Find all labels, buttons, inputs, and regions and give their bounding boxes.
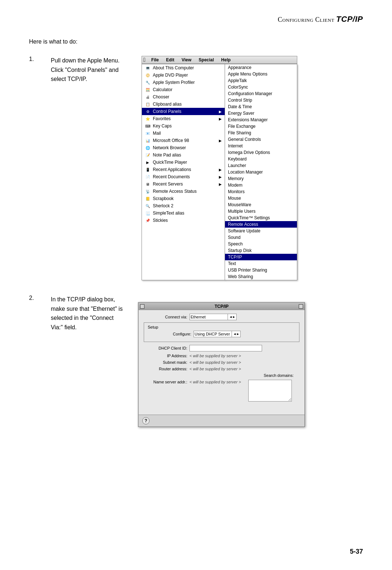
submenu-internet[interactable]: Internet: [225, 143, 297, 149]
connect-via-select[interactable]: Ethernet ◄►: [189, 314, 237, 320]
speech-label: Speech: [228, 241, 294, 247]
appletalk-label: AppleTalk: [228, 78, 294, 83]
menu-control-panels[interactable]: ⚙ Control Panels ▶: [142, 108, 225, 115]
submenu-energy-saver[interactable]: Energy Saver: [225, 110, 297, 117]
keyboard-label: Keyboard: [228, 156, 294, 162]
submenu-web-sharing[interactable]: Web Sharing: [225, 273, 297, 280]
step-1-number: 1.: [29, 56, 36, 62]
menu-sherlock[interactable]: 🔍 Sherlock 2: [142, 202, 225, 209]
chooser-label: Chooser: [153, 94, 222, 99]
special-menu[interactable]: Special: [197, 57, 215, 63]
subnet-mask-row: Subnet mask: < will be supplied by serve…: [144, 360, 299, 365]
submenu-appletalk[interactable]: AppleTalk: [225, 77, 297, 84]
menu-mail[interactable]: 📧 Mail: [142, 130, 225, 137]
submenu-config-manager[interactable]: Configuration Manager: [225, 90, 297, 97]
clipboard-icon: 📋: [145, 101, 151, 107]
menu-note-pad[interactable]: 📝 Note Pad alias: [142, 151, 225, 159]
dialog-zoom-box[interactable]: [299, 304, 303, 309]
submenu-date-time[interactable]: Date & Time: [225, 103, 297, 110]
step-1-text: Pull down the Apple Menu. Click "Control…: [51, 56, 123, 84]
search-domains-input[interactable]: [248, 380, 292, 402]
submenu-sound[interactable]: Sound: [225, 234, 297, 241]
submenu-speech[interactable]: Speech: [225, 241, 297, 247]
dhcp-client-id-input[interactable]: [189, 345, 262, 351]
menu-quicktime[interactable]: ▶ QuickTime Player: [142, 159, 225, 166]
submenu-text[interactable]: Text: [225, 260, 297, 267]
software-update-label: Software Update: [228, 228, 294, 233]
submenu-apple-menu-options[interactable]: Apple Menu Options: [225, 71, 297, 77]
menu-ms-office[interactable]: 📊 Microsoft Office 98 ▶: [142, 137, 225, 144]
file-exchange-label: File Exchange: [228, 124, 294, 129]
text-label: Text: [228, 261, 294, 266]
recent-docs-arrow: ▶: [219, 175, 222, 179]
configure-select[interactable]: Using DHCP Server ◄►: [193, 331, 241, 337]
submenu-general-controls[interactable]: General Controls: [225, 136, 297, 143]
remote-access-label: Remote Access: [228, 222, 294, 227]
router-address-label: Router address:: [144, 367, 187, 371]
menu-network-browser[interactable]: 🌐 Network Browser: [142, 144, 225, 151]
help-menu[interactable]: Help: [220, 57, 232, 63]
menu-recent-servers[interactable]: 🖥 Recent Servers ▶: [142, 180, 225, 188]
menu-simpletext[interactable]: 📃 SimpleText alias: [142, 209, 225, 217]
menu-remote-access-status[interactable]: 📡 Remote Access Status: [142, 188, 225, 195]
file-menu[interactable]: File: [150, 57, 160, 63]
menu-clipboard[interactable]: 📋 Clipboard alias: [142, 101, 225, 108]
menu-dvd-player[interactable]: 📀 Apple DVD Player: [142, 72, 225, 79]
quicktime-label: QuickTime Player: [153, 160, 222, 165]
submenu-file-exchange[interactable]: File Exchange: [225, 123, 297, 130]
submenu-usb-printer[interactable]: USB Printer Sharing: [225, 267, 297, 273]
menu-calculator[interactable]: 🧮 Calculator: [142, 86, 225, 93]
menu-chooser[interactable]: 🖨 Chooser: [142, 93, 225, 101]
connect-via-label: Connect via:: [144, 315, 187, 319]
submenu-memory[interactable]: Memory: [225, 175, 297, 182]
submenu-extensions-manager[interactable]: Extensions Manager: [225, 117, 297, 123]
submenu-remote-access[interactable]: Remote Access: [225, 221, 297, 228]
submenu-software-update[interactable]: Software Update: [225, 228, 297, 234]
dialog-close-box[interactable]: [140, 304, 144, 309]
file-sharing-label: File Sharing: [228, 130, 294, 135]
submenu-colorsync[interactable]: ColorSync: [225, 84, 297, 90]
view-menu[interactable]: View: [180, 57, 193, 63]
apple-menu-icon[interactable]: : [143, 57, 146, 63]
connect-via-value: Ethernet: [191, 315, 226, 319]
menu-recent-docs[interactable]: 📄 Recent Documents ▶: [142, 173, 225, 180]
menu-recent-apps[interactable]: 📱 Recent Applications ▶: [142, 166, 225, 173]
submenu-keyboard[interactable]: Keyboard: [225, 156, 297, 162]
setup-group: Setup Configure: Using DHCP Server ◄►: [144, 322, 299, 342]
submenu-multiple-users[interactable]: Multiple Users: [225, 208, 297, 215]
submenu-location-manager[interactable]: Location Manager: [225, 169, 297, 175]
recent-docs-icon: 📄: [145, 174, 151, 180]
submenu-control-strip[interactable]: Control Strip: [225, 97, 297, 103]
submenu-modem[interactable]: Modem: [225, 182, 297, 188]
name-server-row: Name server addr.: < will be supplied by…: [144, 380, 299, 402]
menu-favorites[interactable]: ⭐ Favorites ▶: [142, 115, 225, 122]
mail-icon: 📧: [145, 130, 151, 136]
subnet-mask-value: < will be supplied by server >: [189, 360, 241, 365]
step-1: 1. Pull down the Apple Menu. Click "Cont…: [29, 56, 363, 280]
menu-stickies[interactable]: 📌 Stickies: [142, 217, 225, 224]
edit-menu[interactable]: Edit: [165, 57, 176, 63]
submenu-quicktime-settings[interactable]: QuickTime™ Settings: [225, 215, 297, 221]
submenu-file-sharing[interactable]: File Sharing: [225, 130, 297, 136]
menu-system-profiler[interactable]: 🔧 Apple System Profiler: [142, 79, 225, 86]
name-server-label: Name server addr.:: [144, 380, 187, 384]
extensions-manager-label: Extensions Manager: [228, 117, 294, 122]
control-strip-label: Control Strip: [228, 98, 294, 103]
submenu-appearance[interactable]: Appearance: [225, 64, 297, 71]
submenu-mouse[interactable]: Mouse: [225, 195, 297, 201]
submenu-iomega[interactable]: Iomega Drive Options: [225, 149, 297, 156]
submenu-mouseware[interactable]: MouseWare: [225, 201, 297, 208]
setup-label: Setup: [148, 325, 295, 329]
dialog-body: Connect via: Ethernet ◄► Setup Configure…: [139, 310, 305, 415]
submenu-monitors[interactable]: Monitors: [225, 188, 297, 195]
submenu-tcpip[interactable]: TCP/IP: [225, 254, 297, 260]
submenu-launcher[interactable]: Launcher: [225, 162, 297, 169]
about-icon: 💻: [145, 65, 151, 71]
submenu-startup-disk[interactable]: Startup Disk: [225, 247, 297, 254]
help-button[interactable]: ?: [142, 417, 150, 424]
menu-about-computer[interactable]: 💻 About This Computer: [142, 64, 225, 72]
menu-key-caps[interactable]: ⌨ Key Caps: [142, 122, 225, 130]
menu-scrapbook[interactable]: 📒 Scrapbook: [142, 195, 225, 202]
scrapbook-icon: 📒: [145, 196, 151, 201]
favorites-arrow: ▶: [219, 117, 222, 121]
